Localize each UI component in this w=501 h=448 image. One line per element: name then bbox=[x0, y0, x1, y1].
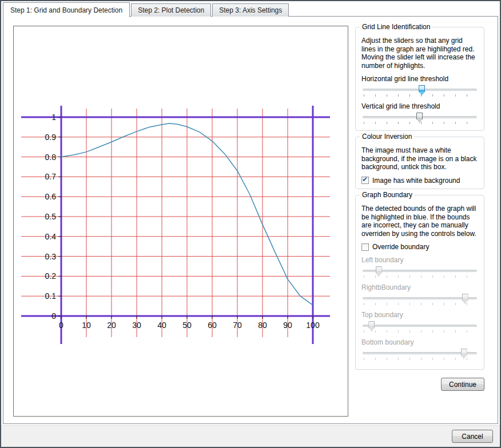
tab-page-step1: 00.10.20.30.40.50.60.70.80.9101020304050… bbox=[3, 16, 498, 424]
slider-ticks bbox=[364, 94, 477, 97]
cancel-button[interactable]: Cancel bbox=[452, 430, 493, 443]
horizontal-threshold-label: Horizontal grid line threshold bbox=[361, 75, 478, 83]
svg-text:0.7: 0.7 bbox=[45, 172, 57, 181]
tab-strip: Step 1: Grid and Boundary Detection Step… bbox=[3, 3, 290, 17]
slider-ticks bbox=[364, 358, 477, 360]
bottom-boundary-slider[interactable] bbox=[361, 348, 478, 361]
svg-text:0.4: 0.4 bbox=[45, 232, 57, 241]
svg-text:0: 0 bbox=[51, 311, 56, 321]
svg-text:50: 50 bbox=[182, 321, 192, 330]
svg-text:70: 70 bbox=[233, 321, 242, 330]
svg-text:60: 60 bbox=[208, 321, 217, 330]
continue-button[interactable]: Continue bbox=[441, 378, 484, 391]
checkbox-label: Image has white background bbox=[372, 177, 460, 185]
svg-text:90: 90 bbox=[283, 321, 292, 330]
top-boundary-slider[interactable] bbox=[361, 321, 478, 333]
left-boundary-slider[interactable] bbox=[361, 266, 478, 278]
slider-ticks bbox=[364, 303, 477, 305]
footer-bar: Cancel bbox=[1, 425, 500, 447]
tab-step1-grid-boundary[interactable]: Step 1: Grid and Boundary Detection bbox=[3, 2, 130, 17]
svg-text:0: 0 bbox=[59, 321, 63, 330]
group-grid-line-identification: Grid Line Identification Adjust the slid… bbox=[355, 27, 484, 131]
svg-text:0.3: 0.3 bbox=[45, 252, 57, 261]
svg-text:0.9: 0.9 bbox=[45, 133, 57, 142]
grid-line-description: Adjust the sliders so that any grid line… bbox=[361, 37, 478, 70]
horizontal-grid-threshold-slider[interactable] bbox=[361, 85, 478, 97]
svg-text:1: 1 bbox=[51, 113, 56, 122]
svg-text:0.2: 0.2 bbox=[45, 271, 57, 281]
svg-text:80: 80 bbox=[258, 321, 267, 330]
slider-ticks bbox=[364, 275, 477, 278]
svg-text:30: 30 bbox=[132, 321, 141, 330]
left-boundary-label: Left boundary bbox=[361, 256, 478, 264]
svg-text:10: 10 bbox=[82, 321, 91, 330]
graph-boundary-description: The detected bounds of the graph will be… bbox=[361, 205, 478, 238]
white-background-checkbox[interactable]: Image has white background bbox=[361, 177, 478, 185]
slider-track bbox=[363, 297, 477, 299]
slider-ticks bbox=[364, 330, 477, 333]
graph-image-panel: 00.10.20.30.40.50.60.70.80.9101020304050… bbox=[13, 26, 348, 417]
right-boundary-slider[interactable] bbox=[361, 293, 478, 306]
svg-text:20: 20 bbox=[107, 321, 116, 330]
group-title: Colour Inversion bbox=[360, 133, 414, 141]
slider-track bbox=[363, 352, 477, 354]
bottom-boundary-label: Bottom boundary bbox=[361, 338, 478, 346]
graph-svg: 00.10.20.30.40.50.60.70.80.9101020304050… bbox=[14, 26, 348, 416]
slider-ticks bbox=[364, 122, 477, 124]
group-title: Grid Line Identification bbox=[360, 23, 432, 31]
colour-inversion-description: The image must have a white background, … bbox=[361, 146, 478, 171]
svg-text:0.6: 0.6 bbox=[45, 192, 57, 201]
settings-side-panel: Grid Line Identification Adjust the slid… bbox=[355, 27, 484, 391]
checkbox-box[interactable] bbox=[361, 177, 369, 184]
svg-text:0.8: 0.8 bbox=[45, 153, 57, 162]
group-colour-inversion: Colour Inversion The image must have a w… bbox=[355, 137, 484, 189]
override-boundary-checkbox[interactable]: Override boundary bbox=[361, 243, 478, 251]
vertical-threshold-label: Vertical grid line threshold bbox=[361, 102, 478, 110]
tab-step2-plot-detection[interactable]: Step 2: Plot Detection bbox=[131, 3, 211, 17]
top-boundary-label: Top boundary bbox=[361, 311, 478, 319]
svg-text:40: 40 bbox=[157, 321, 166, 330]
vertical-grid-threshold-slider[interactable] bbox=[361, 112, 478, 125]
tab-step3-axis-settings[interactable]: Step 3: Axis Settings bbox=[212, 3, 289, 17]
right-boundary-label: RightbBoundary bbox=[361, 283, 478, 291]
svg-text:0.1: 0.1 bbox=[45, 291, 57, 301]
svg-text:100: 100 bbox=[306, 321, 320, 330]
slider-track bbox=[363, 325, 477, 327]
group-graph-boundary: Graph Boundary The detected bounds of th… bbox=[355, 195, 484, 370]
svg-text:0.5: 0.5 bbox=[45, 212, 57, 221]
checkbox-label: Override boundary bbox=[372, 243, 429, 251]
checkbox-box[interactable] bbox=[361, 243, 369, 251]
graph-digitizer-window: { "tabs": [ {"label": "Step 1: Grid and … bbox=[0, 0, 501, 448]
group-title: Graph Boundary bbox=[360, 191, 415, 199]
